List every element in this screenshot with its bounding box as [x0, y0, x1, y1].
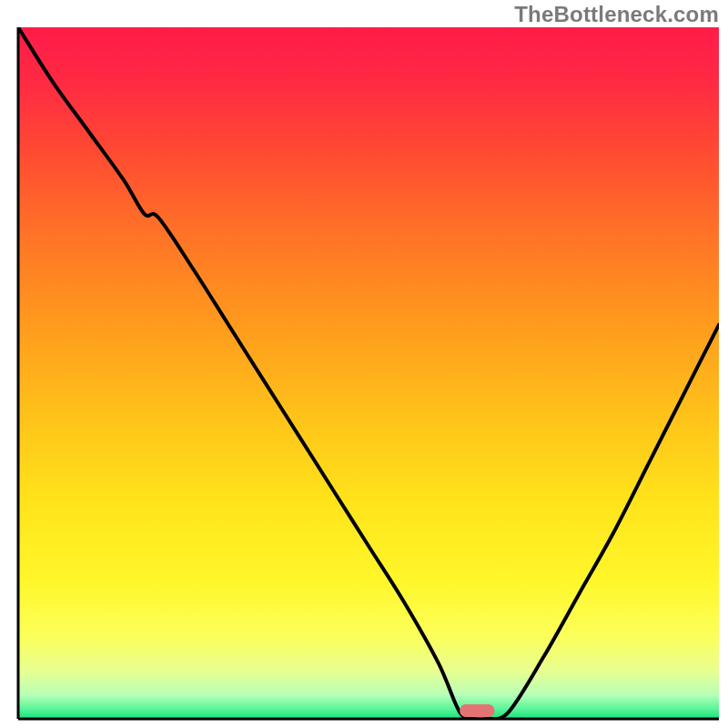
plot-background: [18, 27, 719, 719]
bottleneck-chart: [0, 0, 728, 728]
watermark-text: TheBottleneck.com: [514, 2, 719, 27]
chart-container: TheBottleneck.com: [0, 0, 728, 728]
optimal-zone-marker: [460, 704, 494, 717]
